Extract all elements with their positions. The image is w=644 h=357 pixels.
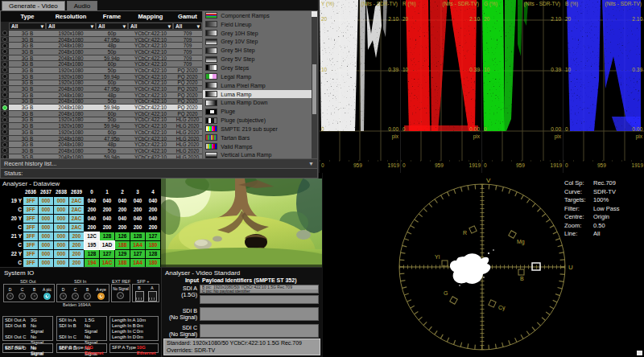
dataview-cell[interactable]: 200: [85, 224, 99, 232]
dataview-cell[interactable]: 200: [69, 232, 84, 240]
dataview-cell[interactable]: 000: [39, 232, 53, 240]
generator-row[interactable]: 3G B2048x108050pYCbCr:422:10709: [1, 49, 202, 55]
dataview-cell[interactable]: 3FF: [23, 206, 38, 214]
dataview-cell[interactable]: 128: [146, 250, 160, 258]
bnc-connector-icon[interactable]: [19, 293, 26, 300]
pattern-item[interactable]: Valid Ramps: [203, 142, 317, 151]
pattern-item[interactable]: Luma Ramp: [203, 90, 317, 99]
dataview-cell[interactable]: 3FF: [23, 215, 38, 223]
dataview-cell[interactable]: 180: [146, 241, 160, 249]
dataview-cell[interactable]: 200: [69, 259, 84, 267]
dataview-cell[interactable]: 040: [130, 197, 145, 205]
dataview-cell[interactable]: 2AC: [69, 224, 84, 232]
row-radio-icon[interactable]: [1, 136, 9, 142]
row-radio-icon[interactable]: [1, 80, 9, 86]
dataview-cell[interactable]: 200: [69, 250, 84, 258]
pattern-item[interactable]: Grey 10H Step: [203, 29, 317, 38]
col-type[interactable]: Type: [9, 13, 46, 20]
dataview-cell[interactable]: 000: [54, 206, 68, 214]
col-mapping[interactable]: Mapping: [128, 13, 173, 20]
dataview-cell[interactable]: 040: [146, 197, 160, 205]
sfp-module-icon[interactable]: [135, 291, 144, 302]
dataview-cell[interactable]: 000: [54, 250, 68, 258]
pattern-item[interactable]: Grey Steps: [203, 64, 317, 72]
generator-row[interactable]: 3G B1920x108050pYCbCr:422:10HLG 2020: [1, 117, 202, 124]
dataview-cell[interactable]: 200: [69, 241, 84, 249]
dataview-cell[interactable]: 2AC: [69, 206, 84, 214]
scroll-thumb[interactable]: [312, 64, 316, 114]
pattern-item[interactable]: Component Ramps: [203, 11, 317, 20]
pattern-item[interactable]: Grey 10V Step: [203, 38, 317, 47]
dataview-cell[interactable]: 000: [54, 197, 68, 205]
dataview-cell[interactable]: 3FF: [23, 224, 38, 232]
row-radio-icon[interactable]: [1, 55, 9, 61]
dataview-cell[interactable]: 12C: [85, 232, 99, 240]
dataview-cell[interactable]: 3FF: [23, 241, 38, 249]
generator-row[interactable]: 3G B1920x108059.94pYCbCr:422:10HLG 2020: [1, 123, 202, 129]
dataview-cell[interactable]: 3FF: [23, 259, 38, 267]
dataview-cell[interactable]: 128: [130, 232, 145, 240]
generator-row[interactable]: 3G B2048x108048pYCbCr:422:10HLG 2020: [1, 142, 202, 148]
generator-row[interactable]: 3G B1920x108060pYCbCr:422:10709: [1, 31, 202, 37]
dataview-cell[interactable]: 200: [146, 224, 160, 232]
dataview-cell[interactable]: 000: [39, 224, 53, 232]
waveform-g[interactable]: G (%)(Nits - SDR-TV)201002.100.390.00pix…: [481, 0, 563, 173]
dataview-cell[interactable]: 200: [115, 206, 130, 214]
dataview-cell[interactable]: 000: [39, 206, 53, 214]
generator-row[interactable]: 3G B2048x108060pYCbCr:422:10PQ 2020: [1, 111, 202, 117]
generator-row[interactable]: 3G B2048x108047.95pYCbCr:422:10PQ 2020: [1, 86, 202, 92]
bnc-connector-icon[interactable]: [97, 293, 105, 300]
pattern-scrollbar[interactable]: [312, 11, 317, 158]
pattern-item[interactable]: SMPTE 219 sub super: [203, 125, 317, 133]
filter-dropdown-frame[interactable]: All▾: [96, 23, 128, 30]
row-radio-icon[interactable]: [1, 49, 9, 55]
dataview-cell[interactable]: 1A4: [130, 241, 145, 249]
pattern-item[interactable]: Field Lineup: [203, 20, 317, 29]
dataview-cell[interactable]: 200: [146, 206, 160, 214]
pattern-item[interactable]: Vertical Luma Ramp: [203, 151, 317, 160]
dataview-cell[interactable]: 000: [54, 232, 68, 240]
waveform-b[interactable]: B (%)(Nits - SDR-TV)201002.100.390.00pix…: [563, 0, 644, 173]
generator-row[interactable]: 3G B2048x108059.94pYCbCr:422:10PQ 2020: [1, 105, 202, 111]
dataview-cell[interactable]: 127: [100, 250, 114, 258]
generator-row[interactable]: 3G B1920x108060pYCbCr:422:10HLG 2020: [1, 129, 202, 136]
row-radio-icon[interactable]: [1, 148, 9, 154]
scroll-up-icon[interactable]: [312, 11, 317, 17]
generator-row[interactable]: 3G B1920x108050pYCbCr:422:10PQ 2020: [1, 68, 202, 74]
generator-row[interactable]: 3G B1920x108059.94pYCbCr:422:10PQ 2020: [1, 74, 202, 80]
dataview-cell[interactable]: 040: [100, 197, 114, 205]
pattern-item[interactable]: Luma Pixel Ramp: [203, 81, 317, 90]
bnc-connector-icon[interactable]: [60, 293, 67, 300]
dataview-cell[interactable]: 040: [115, 197, 130, 205]
dataview-cell[interactable]: 000: [54, 215, 68, 223]
waveform-y[interactable]: Y (%)(Nits - SDR-TV)201002.100.390.00pix…: [319, 0, 400, 173]
pattern-item[interactable]: Luma Ramp Down: [203, 98, 317, 107]
dataview-cell[interactable]: 040: [115, 215, 130, 223]
resize-handle[interactable]: [637, 351, 642, 355]
dataview-cell[interactable]: 000: [54, 241, 68, 249]
dataview-cell[interactable]: 1AD: [100, 241, 114, 249]
filter-dropdown-type[interactable]: All▾: [9, 23, 46, 30]
dataview-cell[interactable]: 000: [39, 259, 53, 267]
dataview-cell[interactable]: 129: [115, 250, 130, 258]
generator-row[interactable]: 3G B2048x108047.95pYCbCr:422:10709: [1, 37, 202, 43]
dataview-cell[interactable]: 1AC: [100, 259, 114, 267]
dataview-cell[interactable]: 040: [85, 197, 99, 205]
col-gamut[interactable]: Gamut: [173, 13, 202, 20]
bnc-connector-icon[interactable]: [43, 293, 51, 300]
generator-row[interactable]: 3G B2048x108048pYCbCr:422:10709: [1, 43, 202, 49]
dataview-cell[interactable]: 2AC: [69, 215, 84, 223]
row-radio-icon[interactable]: [1, 123, 9, 129]
row-radio-icon[interactable]: [1, 37, 9, 43]
row-radio-icon[interactable]: [1, 129, 9, 135]
row-radio-icon[interactable]: [1, 86, 9, 92]
row-radio-icon[interactable]: [1, 92, 9, 98]
pattern-item[interactable]: Tartan Bars: [203, 133, 317, 142]
row-radio-icon[interactable]: [1, 74, 9, 80]
row-radio-icon[interactable]: [1, 31, 9, 36]
dataview-cell[interactable]: 1A4: [130, 259, 145, 267]
dataview-cell[interactable]: 3FF: [23, 250, 38, 258]
tab-generate-video[interactable]: Generate - Video: [2, 1, 65, 10]
recent-history-dropdown[interactable]: Recent history list... ▼: [0, 159, 318, 169]
filter-dropdown-gamut[interactable]: All▾: [173, 23, 202, 30]
